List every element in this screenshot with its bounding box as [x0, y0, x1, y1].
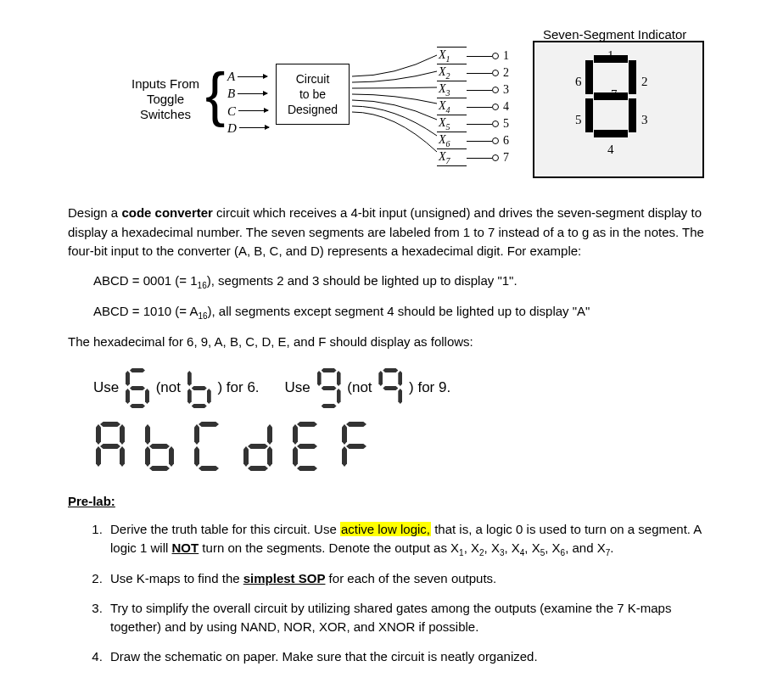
list-item: Try to simplify the overall circuit by u… [106, 599, 704, 637]
highlight-active-low: active low logic, [340, 522, 431, 536]
digit-C [194, 422, 223, 471]
seven-segment-indicator: 1 2 3 4 5 6 7 [533, 41, 704, 178]
inputs-from-label: Inputs FromToggleSwitches [131, 76, 199, 122]
wires-icon [352, 47, 437, 174]
circuit-box: Circuitto beDesigned [276, 64, 350, 125]
digit-E [293, 422, 322, 471]
brace-icon: { [205, 70, 225, 120]
circuit-diagram: Seven-Segment Indicator Inputs FromToggl… [68, 25, 704, 178]
digit-9-correct [317, 368, 341, 409]
example-1: ABCD = 0001 (= 116), segments 2 and 3 sh… [93, 272, 704, 292]
digit-examples: Use (not ) for 6. Use (not ) for 9. [93, 368, 704, 409]
digit-d [243, 422, 272, 471]
digit-b [145, 422, 174, 471]
list-item: Draw the schematic on paper. Make sure t… [106, 647, 704, 667]
list-item: Derive the truth table for this circuit.… [106, 520, 704, 560]
list-item: Use K-maps to find the simplest SOP for … [106, 569, 704, 589]
digit-6-wrong [187, 368, 211, 409]
digit-6-correct [126, 368, 149, 409]
input-letters: A B C D [227, 68, 269, 137]
prelab-list: Derive the truth table for this circuit.… [68, 520, 704, 667]
output-labels: X11 X22 X33 X44 X55 X66 X77 [437, 47, 467, 166]
paragraph-hex: The hexadecimal for 6, 9, A, B, C, D, E,… [68, 333, 704, 352]
digit-9-wrong [378, 368, 402, 409]
digit-F [342, 422, 371, 471]
digit-A [96, 422, 125, 471]
paragraph-intro: Design a code converter circuit which re… [68, 204, 704, 261]
hex-letters-row [93, 422, 704, 471]
prelab-heading: Pre-lab: [68, 492, 704, 512]
example-2: ABCD = 1010 (= A16), all segments except… [93, 302, 704, 322]
